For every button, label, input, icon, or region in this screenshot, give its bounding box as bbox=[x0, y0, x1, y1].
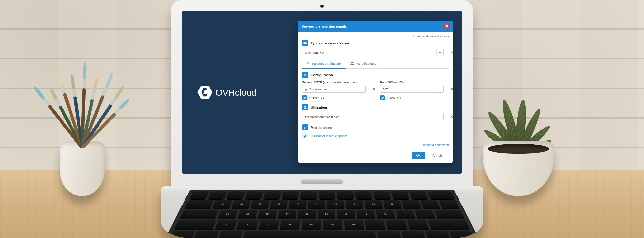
sliders-icon bbox=[307, 62, 310, 66]
port-label: Port (587 ou 465) bbox=[380, 81, 449, 84]
svg-point-6 bbox=[353, 62, 354, 63]
test-connection-link[interactable]: Tester la connexion bbox=[422, 143, 449, 147]
svg-point-9 bbox=[304, 127, 305, 129]
dialog-footer: Ok Annuler bbox=[298, 148, 453, 163]
brush-cup-decor bbox=[55, 141, 109, 196]
svg-point-2 bbox=[308, 62, 308, 63]
use-ssl-label: Utiliser SSL bbox=[309, 96, 326, 100]
tab-general[interactable]: Paramètres généraux bbox=[302, 60, 346, 68]
clear-port-button[interactable] bbox=[450, 87, 453, 90]
section-title-server-type: Type de serveur d'envoi bbox=[311, 41, 349, 45]
clear-server-type-button[interactable] bbox=[450, 51, 453, 54]
close-icon bbox=[445, 24, 448, 28]
close-button[interactable] bbox=[444, 24, 450, 29]
section-header-server-type: Type de serveur d'envoi bbox=[302, 40, 449, 46]
ok-button[interactable]: Ok bbox=[412, 152, 425, 159]
email-server-dialog: Serveur d'envoi des emails (*) Informati… bbox=[298, 21, 453, 163]
section-header-password: Mot de passe bbox=[302, 124, 449, 130]
laptop: OVHcloud Serveur d'envoi des emails bbox=[171, 0, 473, 238]
tabs: Paramètres généraux Par utilisateurs bbox=[302, 60, 449, 69]
user-icon bbox=[302, 104, 308, 110]
port-input[interactable] bbox=[380, 85, 444, 93]
edit-password-link[interactable]: --> Modifier le mot de passe bbox=[302, 133, 347, 138]
ovhcloud-logo: OVHcloud bbox=[182, 11, 299, 174]
plant-decor bbox=[477, 141, 560, 196]
section-header-config: Configuration bbox=[302, 72, 449, 78]
envelope-icon bbox=[302, 40, 308, 46]
key-icon bbox=[302, 124, 308, 130]
section-header-user: Utilisateur bbox=[302, 104, 449, 110]
svg-point-7 bbox=[305, 74, 306, 76]
cancel-button[interactable]: Annuler bbox=[428, 152, 448, 159]
svg-point-5 bbox=[351, 62, 353, 63]
required-note: (*) Informations obligatoires bbox=[302, 35, 449, 38]
tab-general-label: Paramètres généraux bbox=[312, 62, 341, 65]
section-title-config: Configuration bbox=[311, 73, 333, 77]
tab-per-user-label: Par utilisateurs bbox=[356, 62, 376, 65]
edit-password-label: --> Modifier le mot de passe bbox=[309, 134, 347, 138]
smtp-label: Serveur SMTP (smtp.mondomaine.com) bbox=[302, 81, 371, 84]
smtp-input[interactable] bbox=[302, 85, 366, 93]
clear-smtp-button[interactable] bbox=[372, 87, 375, 90]
server-type-select[interactable] bbox=[302, 49, 444, 56]
laptop-keyboard: QWERTYUIOP ASDFGHJKL ZXCVBNM bbox=[161, 186, 483, 238]
section-title-password: Mot de passe bbox=[311, 126, 332, 129]
tab-per-user[interactable]: Par utilisateurs bbox=[346, 60, 381, 68]
clear-user-button[interactable] bbox=[450, 115, 453, 118]
svg-point-8 bbox=[304, 106, 306, 107]
user-input[interactable] bbox=[302, 113, 444, 120]
dialog-header: Serveur d'envoi des emails bbox=[298, 21, 453, 32]
section-title-user: Utilisateur bbox=[311, 105, 327, 109]
starttls-checkbox[interactable] bbox=[380, 95, 385, 100]
use-ssl-checkbox[interactable] bbox=[302, 95, 307, 100]
dialog-title: Serveur d'envoi des emails bbox=[301, 24, 347, 28]
starttls-label: START/TLS bbox=[387, 96, 403, 100]
users-icon bbox=[350, 62, 354, 66]
gear-icon bbox=[302, 72, 308, 78]
svg-point-3 bbox=[308, 63, 309, 63]
svg-point-4 bbox=[308, 64, 308, 64]
svg-text:OVHcloud: OVHcloud bbox=[215, 88, 257, 98]
edit-icon bbox=[302, 133, 308, 138]
